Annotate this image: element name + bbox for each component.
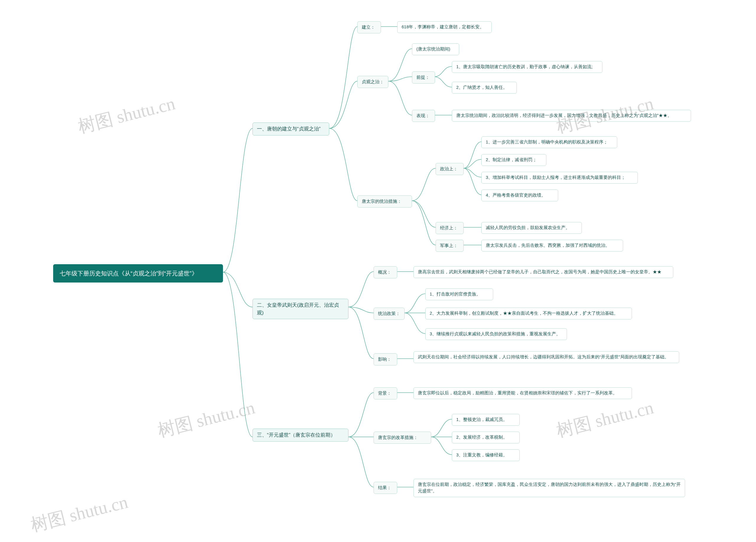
- b2-policy-label[interactable]: 统治政策：: [374, 307, 405, 320]
- b2-policy-2: 2、大力发展科举制，创立殿试制度，★★亲自面试考生，不拘一格选拔人才，扩大了统治…: [425, 307, 632, 319]
- b3-result: 唐玄宗在位前期，政治稳定，经济繁荣，国库充盈，民众生活安定，唐朝的国力达到前所未…: [413, 479, 685, 497]
- b3-result-label[interactable]: 结果：: [374, 482, 397, 494]
- b1-zhenguan-label[interactable]: 贞观之治：: [357, 76, 388, 88]
- b1-perf: 唐太宗统治期间，政治比较清明，经济得到进一步发展，国力增强，文教昌盛，历史上称之…: [452, 110, 691, 122]
- b2-overview: 唐高宗去世后，武则天相继废掉两个已经做了皇帝的儿子，自己取而代之，改国号为周，她…: [413, 266, 673, 278]
- b3-bg: 唐玄宗即位以后，稳定政局，励精图治，重用贤能，在贤相姚崇和宋璟的辅佐下，实行了一…: [413, 387, 632, 399]
- b2-overview-label[interactable]: 概况：: [374, 266, 397, 278]
- b1-pol-2: 2、制定法律，减省刑罚；: [481, 154, 546, 166]
- b3-bg-label[interactable]: 背景：: [374, 387, 397, 399]
- b1-establish-label[interactable]: 建立：: [357, 21, 381, 33]
- b1-eco: 减轻人民的劳役负担，鼓励发展农业生产。: [481, 222, 582, 234]
- b1-establish-text: 618年，李渊称帝，建立唐朝，定都长安。: [397, 21, 492, 33]
- b2-policy-1: 1、打击敌对的官僚贵族。: [425, 288, 493, 300]
- b2-impact: 武则天在位期间，社会经济得以持续发展，人口持续增长，边疆得到巩固和开拓。这为后来…: [413, 351, 679, 363]
- b1-pol-3: 3、增加科举考试科目，鼓励士人报考，进士科逐渐成为最重要的科目；: [481, 172, 638, 184]
- b1-pol-4: 4、严格考查各级官吏的政绩。: [481, 190, 558, 201]
- b1-perf-label[interactable]: 表现：: [412, 110, 435, 122]
- b1-zhenguan-period: (唐太宗统治期间): [412, 43, 459, 55]
- b3-r1: 1、整顿吏治，裁减冗员。: [452, 414, 520, 426]
- root-node[interactable]: 七年级下册历史知识点《从“贞观之治”到“开元盛世”》: [53, 264, 223, 282]
- b2-impact-label[interactable]: 影响：: [374, 353, 397, 365]
- b3-r3: 3、注重文教，编修经籍。: [452, 449, 520, 461]
- b1-pre-2: 2、广纳贤才，知人善任。: [452, 82, 517, 94]
- b3-reform-label[interactable]: 唐玄宗的改革措施：: [374, 432, 431, 444]
- b1-mil-label[interactable]: 军事上：: [436, 240, 464, 252]
- b3-r2: 2、发展经济，改革税制。: [452, 432, 520, 443]
- branch-1[interactable]: 一、唐朝的建立与“贞观之治”: [252, 123, 329, 136]
- b1-eco-label[interactable]: 经济上：: [436, 222, 464, 234]
- b1-mil: 唐太宗发兵反击，先后击败东、西突厥，加强了对西域的统治。: [481, 240, 623, 252]
- b1-pol-label[interactable]: 政治上：: [436, 163, 464, 175]
- b2-policy-3: 3、继续推行贞观以来减轻人民负担的政策和措施，重视发展生产。: [425, 328, 567, 340]
- branch-3[interactable]: 三、“开元盛世”（唐玄宗在位前期）: [252, 429, 348, 442]
- branch-2[interactable]: 二、女皇帝武则天(政启开元、治宏贞观): [252, 299, 348, 319]
- b1-pol-1: 1、进一步完善三省六部制，明确中央机构的职权及决策程序；: [481, 136, 617, 148]
- b1-pre-label[interactable]: 前提：: [412, 71, 435, 84]
- b1-pre-1: 1、唐太宗吸取隋朝速亡的历史教训，勤于政事，虚心纳谏，从善如流;: [452, 61, 602, 73]
- b1-measures-label[interactable]: 唐太宗的统治措施：: [357, 196, 412, 208]
